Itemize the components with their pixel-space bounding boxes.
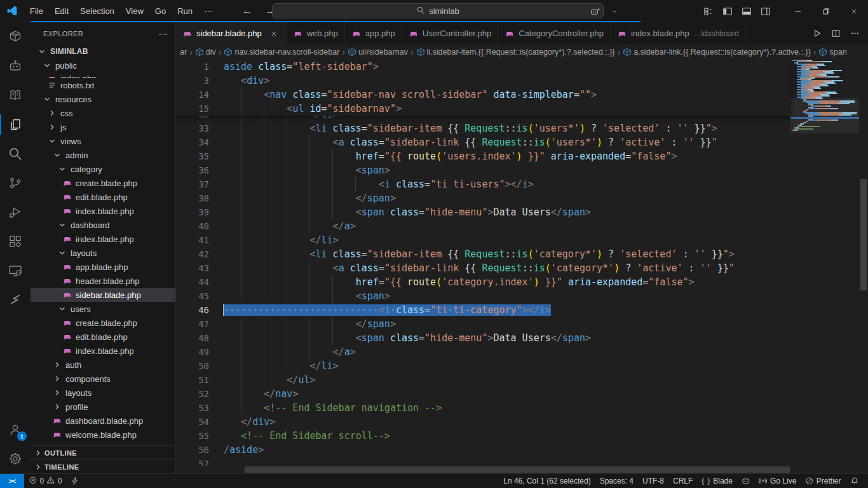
code-line-57[interactable]: 57 xyxy=(176,457,790,466)
search-icon[interactable] xyxy=(0,139,31,168)
minimize-button[interactable] xyxy=(784,0,812,22)
code-line-35[interactable]: 35 href="{{ route('users.index') }}" ari… xyxy=(176,149,790,163)
tab-categorycontroller-php[interactable]: CategoryController.php xyxy=(498,22,611,44)
tree-folder-layouts[interactable]: layouts xyxy=(31,386,175,400)
settings-gear-icon[interactable] xyxy=(0,444,31,473)
remote-indicator[interactable]: >< xyxy=(0,474,24,488)
code-line-43[interactable]: 43 <a class="sidebar-link {{ Request::is… xyxy=(176,261,790,275)
explorer-more-actions[interactable]: ⋯ xyxy=(159,29,168,39)
chevron-down-icon[interactable] xyxy=(605,3,624,20)
code-line-47[interactable]: 47 </span> xyxy=(176,317,790,331)
tree-file-welcome-blade-php[interactable]: welcome.blade.php xyxy=(31,428,175,442)
code-line-45[interactable]: 45 <span> xyxy=(176,289,790,303)
minimap[interactable] xyxy=(790,60,859,473)
cursor-position[interactable]: Ln 46, Col 1 (62 selected) xyxy=(499,474,595,488)
tree-file-index-blade-php[interactable]: index.blade.php xyxy=(31,232,175,246)
code-line-51[interactable]: 51 </ul> xyxy=(176,373,790,387)
tree-file-edit-blade-php[interactable]: edit.blade.php xyxy=(31,330,175,344)
go-live[interactable]: Go Live xyxy=(754,474,801,488)
copilot-icon[interactable] xyxy=(586,3,605,20)
tree-folder-resources[interactable]: resources xyxy=(31,92,175,106)
split-editor-icon[interactable] xyxy=(827,26,844,41)
breadcrumb-item[interactable]: span xyxy=(818,48,846,57)
code-line-32[interactable]: 32 </li> xyxy=(176,116,790,121)
tree-file-index-php[interactable]: index.php xyxy=(31,72,175,78)
menu-selection[interactable]: Selection xyxy=(74,4,119,18)
panel-outline[interactable]: OUTLINE xyxy=(31,445,175,459)
code-line-44[interactable]: 44 href="{{ route('category.index') }}" … xyxy=(176,275,790,289)
code-line-49[interactable]: 49 </a> xyxy=(176,345,790,359)
accounts-icon[interactable]: 1 xyxy=(0,415,31,444)
panel-timeline[interactable]: TIMELINE xyxy=(31,459,175,473)
tree-folder-css[interactable]: css xyxy=(31,106,175,120)
tree-file-index-blade-php[interactable]: index.blade.php xyxy=(31,344,175,358)
s-extension-icon[interactable] xyxy=(0,285,31,315)
tree-folder-category[interactable]: category xyxy=(31,162,175,176)
source-control-icon[interactable] xyxy=(0,168,31,198)
copilot-chat-icon[interactable] xyxy=(0,51,31,81)
horizontal-scrollbar[interactable] xyxy=(245,466,790,473)
menu-run[interactable]: Run xyxy=(172,4,198,18)
nav-back-button[interactable]: ← xyxy=(238,4,256,18)
tab-app-php[interactable]: app.php xyxy=(345,22,402,44)
code-line-38[interactable]: 38 </span> xyxy=(176,191,790,205)
run-debug-icon[interactable] xyxy=(0,198,31,227)
docs-book-icon[interactable] xyxy=(0,81,31,110)
tree-file-robots-txt[interactable]: robots.txt xyxy=(31,78,175,92)
menu-view[interactable]: View xyxy=(120,4,149,18)
code-line-34[interactable]: 34 <a class="sidebar-link {{ Request::is… xyxy=(176,135,790,149)
bolt-icon[interactable] xyxy=(66,474,84,488)
menu-edit[interactable]: Edit xyxy=(49,4,74,18)
menu-[interactable]: ⋯ xyxy=(198,4,218,18)
menu-file[interactable]: File xyxy=(24,4,49,18)
code-line-33[interactable]: 33 <li class="sidebar-item {{ Request::i… xyxy=(176,121,790,135)
breadcrumb-item[interactable]: div xyxy=(195,48,216,57)
problems-status[interactable]: 0 0 xyxy=(24,474,66,488)
eol[interactable]: CRLF xyxy=(668,474,697,488)
tree-folder-users[interactable]: users xyxy=(31,302,175,316)
vertical-scrollbar[interactable] xyxy=(859,60,868,473)
code-line-53[interactable]: 53 <!-- End Sidebar navigation --> xyxy=(176,401,790,415)
breadcrumb-item[interactable]: nav.sidebar-nav.scroll-sidebar xyxy=(224,48,339,57)
tree-file-create-blade-php[interactable]: create.blade.php xyxy=(31,316,175,330)
menu-go[interactable]: Go xyxy=(149,4,172,18)
notifications[interactable] xyxy=(846,474,864,488)
tree-file-create-blade-php[interactable]: create.blade.php xyxy=(31,176,175,190)
tree-folder-public[interactable]: public xyxy=(31,58,175,72)
tree-folder-dashboard[interactable]: dashboard xyxy=(31,218,175,232)
code-scroller[interactable]: 32 </li>33 <li class="sidebar-item {{ Re… xyxy=(176,116,790,466)
tab-web-php[interactable]: web.php xyxy=(287,22,345,44)
indentation[interactable]: Spaces: 4 xyxy=(595,474,638,488)
language-mode[interactable]: { }Blade xyxy=(697,474,737,488)
encoding[interactable]: UTF-8 xyxy=(638,474,668,488)
prettier[interactable]: Prettier xyxy=(801,474,845,488)
code-line-15[interactable]: 15 <ul id="sidebarnav"> xyxy=(176,102,790,116)
code-line-39[interactable]: 39 <span class="hide-menu">Data Users</s… xyxy=(176,205,790,219)
code-line-56[interactable]: 56/aside> xyxy=(176,443,790,457)
code-line-46[interactable]: 46···························<i·class="t… xyxy=(176,303,790,317)
code-line-14[interactable]: 14 <nav class="sidebar-nav scroll-sideba… xyxy=(176,88,790,102)
tree-folder-views[interactable]: views xyxy=(31,134,175,148)
tree-file-app-blade-php[interactable]: app.blade.php xyxy=(31,260,175,274)
tree-folder-profile[interactable]: profile xyxy=(31,400,175,414)
code-line-50[interactable]: 50 </li> xyxy=(176,359,790,373)
package-icon[interactable] xyxy=(0,22,31,51)
code-line-41[interactable]: 41 </li> xyxy=(176,233,790,247)
tree-file-sidebar-blade-php[interactable]: sidebar.blade.php xyxy=(31,288,175,302)
more-actions-icon[interactable] xyxy=(846,26,863,41)
code-line-48[interactable]: 48 <span class="hide-menu">Data Users</s… xyxy=(176,331,790,345)
command-center-search[interactable]: siminlab xyxy=(272,3,604,18)
tree-folder-layouts[interactable]: layouts xyxy=(31,246,175,260)
tree-folder-js[interactable]: js xyxy=(31,120,175,134)
code-line-52[interactable]: 52 </nav> xyxy=(176,387,790,401)
close-button[interactable] xyxy=(840,0,868,22)
run-icon[interactable] xyxy=(808,26,825,41)
code-line-36[interactable]: 36 <span> xyxy=(176,163,790,177)
code-line-40[interactable]: 40 </a> xyxy=(176,219,790,233)
code-line-54[interactable]: 54 </div> xyxy=(176,415,790,429)
extensions-icon[interactable] xyxy=(0,227,31,256)
tab-usercontroller-php[interactable]: UserController.php xyxy=(402,22,498,44)
tree-folder-auth[interactable]: auth xyxy=(31,358,175,372)
remote-monitor-icon[interactable] xyxy=(0,256,31,285)
panel-left-icon[interactable] xyxy=(718,3,737,20)
